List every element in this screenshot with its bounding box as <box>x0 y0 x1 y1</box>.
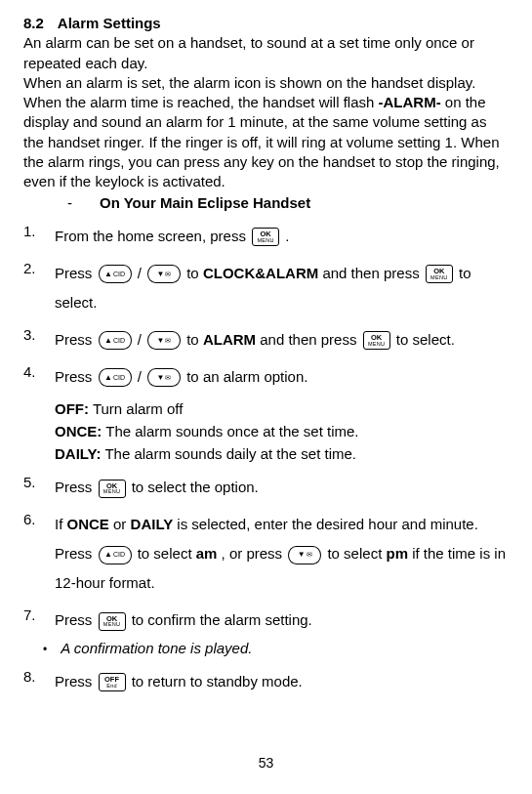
step-body: Press OKMENU to select the option. <box>55 473 509 502</box>
step-num: 3. <box>23 325 55 345</box>
step-4: 4. Press ▲CID / ▼✉ to an alarm option. <box>23 362 509 392</box>
section-number: 8.2 <box>23 15 44 31</box>
key-label: ✉ <box>165 268 171 281</box>
off-end-key-icon: OFFEnd <box>99 673 126 691</box>
text: , or press <box>222 545 287 562</box>
bullet-icon: • <box>43 642 47 657</box>
text: to <box>186 331 203 348</box>
key-label: ✉ <box>165 371 171 385</box>
section-title: Alarm Settings <box>58 15 161 31</box>
option-text: Turn alarm off <box>89 400 183 417</box>
text: or <box>113 516 131 532</box>
arrow-icon: ▲ <box>104 547 112 563</box>
text: to select. <box>396 331 455 348</box>
step-8: 8. Press OFFEnd to return to standby mod… <box>23 667 509 696</box>
text: to return to standby mode. <box>132 673 303 690</box>
text: If <box>55 516 67 532</box>
alarm-options: OFF: Turn alarm off ONCE: The alarm soun… <box>23 397 509 466</box>
arrow-icon: ▼ <box>157 370 165 386</box>
arrow-icon: ▼ <box>157 267 165 282</box>
text: to confirm the alarm setting. <box>132 611 312 628</box>
text: to select <box>327 545 386 562</box>
step-6: 6. If ONCE or DAILY is selected, enter t… <box>23 510 509 598</box>
text: Press <box>55 331 97 348</box>
key-label-bottom: MENU <box>368 342 385 348</box>
down-key-icon: ▼✉ <box>147 265 181 283</box>
ok-menu-key-icon: OKMENU <box>99 612 126 631</box>
bold-text: DAILY <box>131 516 174 532</box>
key-label-bottom: MENU <box>103 489 120 495</box>
text: From the home screen, press <box>55 228 250 244</box>
step-num: 5. <box>23 473 55 492</box>
ok-menu-key-icon: OKMENU <box>363 331 390 350</box>
sub-heading-text: On Your Main Eclipse Handset <box>100 193 310 213</box>
option-text: The alarm sounds daily at the set time. <box>102 445 357 462</box>
confirmation-note: • A confirmation tone is played. <box>23 639 509 658</box>
steps-list: 1. From the home screen, press OKMENU . … <box>23 222 509 392</box>
step-7: 7. Press OKMENU to confirm the alarm set… <box>23 606 509 635</box>
step-num: 7. <box>23 606 55 625</box>
text: Press <box>55 479 97 495</box>
intro-paragraph-1: An alarm can be set on a handset, to sou… <box>23 33 509 73</box>
key-label-bottom: End <box>106 684 117 690</box>
text: to an alarm option. <box>186 368 307 385</box>
text: to select <box>138 545 196 562</box>
bold-text: am <box>196 545 218 562</box>
key-label: CID <box>113 268 125 281</box>
key-label: CID <box>113 334 125 348</box>
step-body: Press ▲CID / ▼✉ to CLOCK&ALARM and then … <box>55 259 509 317</box>
step-num: 4. <box>23 362 55 382</box>
step-num: 1. <box>23 222 55 241</box>
down-key-icon: ▼✉ <box>288 546 321 564</box>
up-key-icon: ▲CID <box>99 265 132 283</box>
option-text: The alarm sounds once at the set time. <box>102 423 358 439</box>
option-label: DAILY: <box>55 445 102 462</box>
step-num: 8. <box>23 667 55 687</box>
arrow-icon: ▼ <box>298 547 306 563</box>
key-label: ✉ <box>307 548 312 562</box>
page-number: 53 <box>0 754 532 773</box>
bold-text: CLOCK&ALARM <box>203 265 318 281</box>
step-body: From the home screen, press OKMENU . <box>55 222 509 251</box>
sub-heading: - On Your Main Eclipse Handset <box>23 193 509 213</box>
text: Press <box>55 368 97 385</box>
up-key-icon: ▲CID <box>99 331 132 350</box>
arrow-icon: ▲ <box>104 333 112 349</box>
step-5: 5. Press OKMENU to select the option. <box>23 473 509 502</box>
down-key-icon: ▼✉ <box>147 331 181 350</box>
ok-menu-key-icon: OKMENU <box>252 228 279 246</box>
down-key-icon: ▼✉ <box>147 368 181 387</box>
ok-menu-key-icon: OKMENU <box>99 480 126 498</box>
key-label: CID <box>113 371 125 385</box>
arrow-icon: ▲ <box>104 267 112 282</box>
steps-list-3: 8. Press OFFEnd to return to standby mod… <box>23 667 509 696</box>
text: / <box>138 368 145 385</box>
step-body: Press ▲CID / ▼✉ to ALARM and then press … <box>55 325 509 355</box>
text: Press <box>55 673 97 690</box>
text: and then press <box>260 331 360 348</box>
key-label: ✉ <box>165 334 171 348</box>
option-off: OFF: Turn alarm off <box>55 397 509 420</box>
step-2: 2. Press ▲CID / ▼✉ to CLOCK&ALARM and th… <box>23 259 509 317</box>
option-label: ONCE: <box>55 423 102 439</box>
arrow-icon: ▼ <box>157 333 165 349</box>
step-3: 3. Press ▲CID / ▼✉ to ALARM and then pre… <box>23 325 509 355</box>
bold-text: ALARM <box>203 331 256 348</box>
bold-text: ONCE <box>67 516 109 532</box>
step-body: If ONCE or DAILY is selected, enter the … <box>55 510 509 598</box>
text: and then press <box>322 265 423 281</box>
key-label-bottom: MENU <box>257 238 273 244</box>
text: Press <box>55 611 97 628</box>
step-body: Press OFFEnd to return to standby mode. <box>55 667 509 696</box>
ok-menu-key-icon: OKMENU <box>426 265 453 283</box>
text: to select the option. <box>132 479 259 495</box>
arrow-icon: ▲ <box>104 370 112 386</box>
section-heading: 8.2Alarm Settings <box>23 14 509 33</box>
step-body: Press ▲CID / ▼✉ to an alarm option. <box>55 362 509 392</box>
up-key-icon: ▲CID <box>99 368 132 387</box>
intro-paragraph-2: When an alarm is set, the alarm icon is … <box>23 73 509 192</box>
option-daily: DAILY: The alarm sounds daily at the set… <box>55 442 509 465</box>
key-label: CID <box>113 548 125 562</box>
step-num: 6. <box>23 510 55 529</box>
note-text: A confirmation tone is played. <box>61 639 252 658</box>
